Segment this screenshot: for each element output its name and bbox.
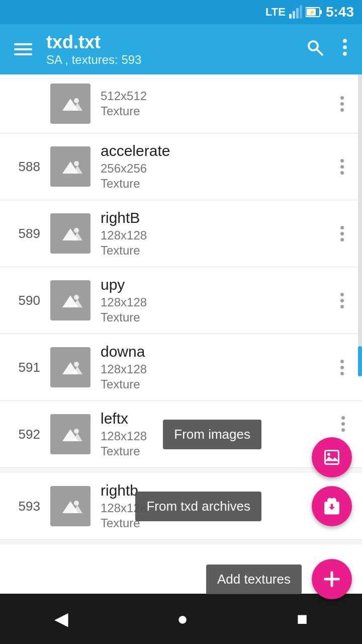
more-options-icon[interactable]	[337, 412, 349, 436]
signal-icon	[289, 5, 303, 19]
item-dims: 512x512	[101, 89, 332, 103]
svg-rect-31	[325, 451, 339, 464]
item-more[interactable]	[332, 92, 352, 116]
item-more[interactable]	[332, 222, 352, 246]
item-type: Texture	[101, 377, 332, 391]
item-more[interactable]	[332, 356, 352, 379]
svg-point-10	[343, 39, 347, 43]
back-button[interactable]: ◀	[48, 602, 74, 635]
svg-point-21	[74, 228, 79, 233]
scrollbar[interactable]	[358, 74, 362, 376]
item-type: Texture	[101, 244, 332, 258]
list-item: 588 accelerate 256x256 Texture	[0, 133, 362, 200]
item-dims: 256x256	[101, 162, 332, 176]
overflow-menu-icon[interactable]	[338, 34, 352, 65]
item-number: 592	[10, 427, 40, 442]
item-info: upy 128x128 Texture	[101, 276, 332, 325]
lte-icon: LTE	[265, 6, 286, 19]
item-number: 590	[10, 293, 40, 308]
svg-point-36	[74, 501, 79, 506]
battery-icon: ⚡	[306, 5, 323, 19]
item-number: 589	[10, 226, 40, 242]
svg-rect-1	[293, 11, 295, 19]
item-thumbnail	[50, 84, 90, 124]
nav-bar: ◀ ● ■	[0, 594, 362, 644]
list-item: 591 downa 128x128 Texture	[0, 334, 362, 401]
item-thumbnail	[50, 280, 90, 320]
app-bar: txd.txt SA , textures: 593	[0, 24, 362, 74]
svg-text:⚡: ⚡	[309, 9, 315, 16]
search-icon[interactable]	[302, 34, 328, 65]
list-item: 592 leftx 128x128 Texture From images	[0, 401, 362, 468]
item-info: downa 128x128 Texture	[101, 343, 332, 391]
item-dims: 128x128	[101, 295, 332, 309]
svg-rect-5	[320, 10, 322, 14]
svg-point-12	[343, 52, 347, 56]
item-more[interactable]	[332, 155, 352, 179]
svg-rect-2	[296, 8, 299, 19]
svg-rect-0	[289, 14, 292, 19]
svg-point-24	[74, 295, 79, 300]
recents-button[interactable]: ■	[291, 602, 314, 635]
item-info: rightB 128x128 Texture	[101, 209, 332, 258]
item-name: upy	[101, 276, 332, 293]
from-images-tooltip: From images	[163, 420, 261, 449]
item-more[interactable]	[332, 289, 352, 312]
status-bar: LTE ⚡ 5:43	[0, 0, 362, 24]
list-item: 512x512 Texture	[0, 74, 362, 133]
item-number: 593	[10, 499, 40, 514]
more-options-icon[interactable]	[336, 222, 348, 246]
hamburger-menu[interactable]	[10, 39, 36, 59]
list-item: 593 rightb 128x128 Texture From txd arch…	[0, 473, 362, 540]
app-bar-title-section: txd.txt SA , textures: 593	[46, 32, 292, 67]
svg-point-30	[74, 429, 79, 434]
add-textures-tooltip: Add textures	[206, 565, 302, 594]
list-item: 590 upy 128x128 Texture	[0, 267, 362, 334]
item-dims: 128x128	[101, 362, 332, 376]
more-options-icon[interactable]	[336, 92, 348, 116]
svg-marker-32	[325, 457, 339, 461]
item-thumbnail	[50, 347, 90, 387]
item-name: rightB	[101, 209, 332, 226]
from-txd-tooltip: From txd archives	[135, 492, 261, 521]
app-title: txd.txt	[46, 32, 292, 53]
app-subtitle: SA , textures: 593	[46, 53, 292, 67]
svg-point-27	[74, 362, 79, 367]
add-textures-fab[interactable]	[312, 559, 352, 599]
svg-line-9	[317, 49, 323, 55]
list-item: 589 rightB 128x128 Texture	[0, 200, 362, 267]
item-thumbnail	[50, 146, 90, 187]
svg-rect-3	[300, 5, 302, 19]
home-button[interactable]: ●	[171, 602, 194, 635]
status-time: 5:43	[326, 4, 354, 20]
item-info: 512x512 Texture	[101, 89, 332, 118]
item-type: Texture	[101, 104, 332, 118]
more-options-icon[interactable]	[336, 289, 348, 312]
from-txd-fab[interactable]	[312, 486, 352, 526]
scrollbar-thumb	[358, 346, 362, 376]
item-thumbnail	[50, 414, 90, 454]
item-type: Texture	[101, 310, 332, 325]
more-options-icon[interactable]	[336, 356, 348, 379]
item-name: downa	[101, 343, 332, 360]
svg-point-11	[343, 45, 347, 49]
item-dims: 128x128	[101, 228, 332, 243]
item-thumbnail	[50, 213, 90, 254]
item-type: Texture	[101, 177, 332, 191]
from-images-fab[interactable]	[312, 437, 352, 477]
svg-point-18	[74, 161, 79, 166]
item-info: accelerate 256x256 Texture	[101, 142, 332, 191]
svg-point-33	[327, 453, 330, 456]
svg-point-15	[74, 98, 79, 103]
item-number: 588	[10, 159, 40, 175]
item-name: accelerate	[101, 142, 332, 159]
item-number: 591	[10, 360, 40, 375]
texture-list: 512x512 Texture 588 accelerate 256x256 T…	[0, 74, 362, 614]
more-options-icon[interactable]	[336, 155, 348, 179]
item-thumbnail	[50, 486, 90, 526]
